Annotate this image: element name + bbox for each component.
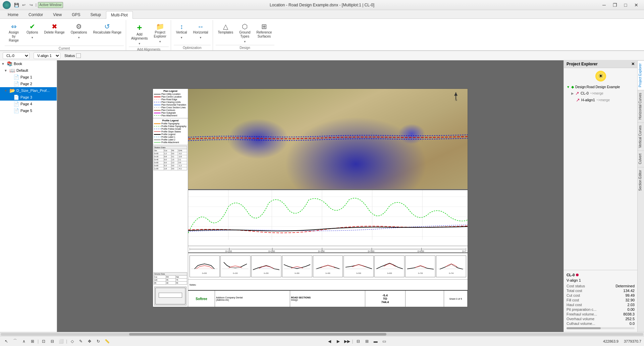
status-label-item: Status (64, 53, 81, 58)
tree-item-dsize[interactable]: ▼ 📂 D_Size_Plan_Prof... (0, 87, 57, 94)
page4-label: Page 4 (20, 102, 32, 106)
info-scrollbar[interactable] (567, 327, 635, 329)
restore-button[interactable]: ❐ (610, 2, 620, 8)
tab-multiplot[interactable]: Multi-Plot (106, 11, 133, 19)
close-button[interactable]: ✕ (631, 2, 641, 8)
vtab-vertical-curves[interactable]: Vertical Curves (638, 122, 644, 151)
notes-area: Notes: (188, 279, 468, 290)
view-mode-3-button[interactable]: ▬ (372, 338, 379, 345)
active-window-button[interactable]: Active Window (38, 2, 63, 8)
redo-button[interactable]: ↪ (28, 2, 34, 8)
corridor-dropdown[interactable]: CL-0 (3, 52, 30, 59)
halign1-merge-label: ~>merge (596, 98, 610, 102)
vtab-horizontal-curves[interactable]: Horizontal Curves (638, 90, 644, 122)
window-title: Location - Road Design Example.dsnx - [M… (270, 3, 374, 7)
vertical-button[interactable]: ↕ Vertical (174, 21, 190, 36)
minimize-button[interactable]: ─ (599, 2, 609, 8)
xs-svg-3: 0+200 (253, 257, 279, 276)
plan-legend-title: Plan Legend (154, 90, 187, 92)
canvas-area[interactable]: Plan Legend Plan Utility Location Plan C… (57, 60, 564, 332)
quick-access-toolbar: 💾 ↩ ↪ | Active Window (13, 2, 63, 8)
play-button[interactable]: ▶▶ (343, 338, 351, 345)
node-tool-button[interactable]: ◇ (68, 338, 76, 345)
vtab-section-editor[interactable]: Section Editor (638, 167, 644, 193)
grid-tool-button[interactable]: ⊡ (40, 338, 47, 345)
tree-item-default[interactable]: ▼ 📖 Default (0, 67, 57, 74)
ribbon-group-current: ⇔ Assign by Range ✔ Options ▼ ✖ Delete R… (3, 20, 126, 50)
ground-types-arrow: ▼ (244, 40, 246, 43)
prev-station-button[interactable]: ◀ (326, 338, 333, 345)
status-icon[interactable] (76, 53, 81, 58)
tb-logo-cell: Softree (188, 291, 215, 307)
move-tool-button[interactable]: ✥ (86, 338, 93, 345)
tree-cl0[interactable]: ▶ ↗ CL-0 ~>merge (567, 90, 635, 97)
range-start-label: -5.4 (382, 294, 388, 297)
info-overhaul-row: Overhaul volume 252.5 (567, 316, 635, 321)
select-tool-button[interactable]: ↖ (3, 338, 10, 345)
horizontal-button[interactable]: ↔ Horizontal (191, 21, 211, 36)
recalculate-range-button[interactable]: ↺ Recalculate Range (91, 21, 124, 36)
next-station-button[interactable]: ▶ (335, 338, 342, 345)
horizontal-scrollbar[interactable] (0, 332, 644, 336)
project-explorer-ribbon-button[interactable]: 📁 ProjectExplorer (152, 21, 169, 40)
tab-gps[interactable]: GPS (67, 11, 85, 18)
company-logo: Softree (196, 297, 207, 301)
legend-text: Profile Follow Grade (161, 128, 181, 130)
measure-tool-button[interactable]: 📏 (103, 338, 111, 345)
ground-types-button[interactable]: ⬡ GroundTypes (237, 21, 253, 40)
valign-dropdown[interactable]: V-align 1 (34, 52, 60, 59)
tree-item-page1[interactable]: 📄 Page 1 (0, 74, 57, 80)
close-right-panel-icon[interactable]: ✕ (631, 62, 635, 66)
tab-home[interactable]: Home (3, 11, 23, 18)
profile-view[interactable] (188, 189, 468, 246)
add-alignments-button[interactable]: + AddAlignments (129, 21, 150, 42)
page2-icon: 📄 (13, 81, 19, 86)
map-view[interactable]: N (188, 89, 468, 189)
table-tool-button[interactable]: ⊞ (29, 338, 36, 345)
assign-by-range-button[interactable]: ⇔ Assign by Range (5, 21, 23, 44)
tab-view[interactable]: View (48, 11, 67, 18)
cross-section-3: 0+200 (251, 255, 281, 277)
options-dropdown: ✔ Options ▼ (24, 21, 40, 39)
view-mode-1-button[interactable]: ⊟ (355, 338, 362, 345)
legend-text: Profile Legend (161, 133, 175, 135)
tree-item-page3[interactable]: 📄 Page 3 (0, 94, 57, 101)
vtab-project-explorer[interactable]: Project Explorer (638, 60, 644, 90)
templates-button[interactable]: △ Templates (216, 21, 236, 36)
tab-setup[interactable]: Setup (86, 11, 106, 18)
view-mode-2-button[interactable]: ⊞ (363, 338, 371, 345)
view-mode-4-button[interactable]: ▭ (381, 338, 388, 345)
undo-button[interactable]: ↩ (21, 2, 27, 8)
tree-item-page5[interactable]: 📄 Page 5 (0, 107, 57, 114)
tree-item-page2[interactable]: 📄 Page 2 (0, 80, 57, 87)
tree-item-book[interactable]: ▼ 📚 Book (0, 60, 57, 67)
window-controls: ─ ❐ □ ✕ (599, 2, 641, 8)
extent-tool-button[interactable]: ⊟ (49, 338, 56, 345)
vtab-culvert[interactable]: Culvert (638, 151, 644, 167)
save-button[interactable]: 💾 (13, 2, 19, 8)
curve-tool-button[interactable]: ⌒ (11, 338, 19, 345)
maximize-button[interactable]: □ (621, 2, 631, 8)
tab-corridor[interactable]: Corridor (23, 11, 48, 18)
recalculate-label: Recalculate Range (93, 31, 122, 35)
edit-tool-button[interactable]: ✎ (77, 338, 85, 345)
operations-button[interactable]: ⚙ Operations (68, 21, 90, 36)
rotate-tool-button[interactable]: ↻ (95, 338, 102, 345)
tangent-tool-button[interactable]: ∧ (20, 338, 28, 345)
options-button[interactable]: ✔ Options (24, 21, 40, 36)
page1-icon: 📄 (13, 74, 19, 80)
cuthaul-label: Cuthaul volume... (567, 322, 595, 326)
tree-design[interactable]: ▼ ◆ Design:Road Design Example (567, 84, 635, 90)
legend-text: Plan Attachment (161, 114, 177, 117)
delete-range-button[interactable]: ✖ Delete Range (42, 21, 67, 36)
tree-item-page4[interactable]: 📄 Page 4 (0, 101, 57, 107)
sun-icon-area: ☀ (567, 71, 635, 81)
horizontal-label: Horizontal (193, 31, 208, 35)
frame-tool-button[interactable]: ⬜ (57, 338, 65, 345)
svg-text:0+700: 0+700 (418, 272, 423, 274)
tree-halign1[interactable]: ↗ H-align1 ~>merge (567, 97, 635, 103)
reference-surfaces-button[interactable]: ⊞ ReferenceSurfaces (254, 21, 274, 40)
xs-svg-9: 0+744 (438, 257, 465, 276)
scrollbar-thumb[interactable] (129, 333, 386, 336)
legend-item: Plan Contours (154, 109, 187, 111)
